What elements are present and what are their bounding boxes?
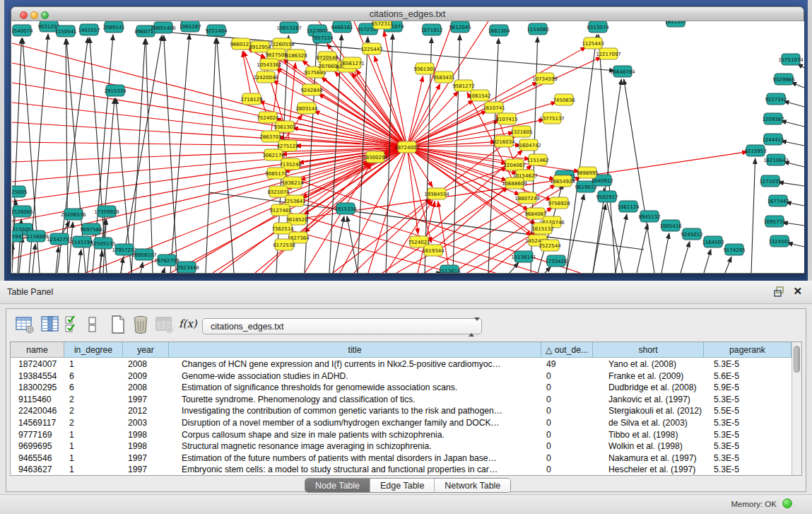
cell-name[interactable]: 18724007 — [11, 358, 64, 370]
cell-out_degree[interactable]: 0 — [541, 382, 593, 394]
cell-in_degree[interactable]: 1 — [64, 429, 123, 441]
table-mode-icon[interactable] — [15, 315, 35, 334]
graph-edge-black[interactable] — [661, 233, 669, 273]
graph-edge-black[interactable] — [778, 182, 804, 186]
cell-out_degree[interactable]: 0 — [541, 405, 593, 417]
graph-edge-black[interactable] — [333, 216, 344, 273]
graph-node[interactable]: 9756928 — [548, 197, 570, 209]
graph-node[interactable]: 1321605 — [510, 126, 532, 137]
graph-node[interactable]: 1733426 — [545, 255, 567, 267]
cell-pagerank[interactable]: 5.9E-5 — [704, 382, 792, 394]
graph-node[interactable]: 16210643 — [763, 154, 789, 165]
graph-node[interactable]: 16561271 — [339, 57, 365, 69]
cell-in_degree[interactable]: 2 — [64, 394, 123, 406]
cell-out_degree[interactable]: 0 — [541, 417, 593, 429]
cell-pagerank[interactable]: 5.3E-5 — [704, 440, 792, 452]
cell-name[interactable]: 9699695 — [11, 440, 64, 452]
graph-node[interactable]: 2522544 — [539, 240, 561, 251]
scrollbar-thumb[interactable] — [794, 346, 800, 373]
cell-short[interactable]: Stergiakouli et al. (2012) — [593, 405, 704, 417]
cell-title[interactable]: Embryonic stem cells: a model to study s… — [169, 464, 541, 476]
graph-node[interactable]: 2089141 — [102, 21, 124, 33]
column-header-name[interactable]: name — [11, 342, 64, 358]
cell-year[interactable]: 1998 — [123, 440, 169, 452]
cell-pagerank[interactable]: 5.3E-5 — [704, 358, 792, 370]
graph-node[interactable]: 1154080 — [526, 23, 548, 35]
graph-edge-red[interactable] — [407, 100, 473, 147]
graph-node[interactable]: 1615132 — [531, 223, 553, 234]
table-row[interactable]: 969969511998Structural magnetic resonanc… — [11, 440, 792, 452]
graph-node[interactable]: 1619344 — [422, 245, 445, 256]
graph-node[interactable]: 16958107 — [131, 249, 157, 260]
graph-node[interactable]: 10653287 — [276, 22, 302, 33]
graph-edge-black[interactable] — [170, 34, 189, 273]
column-header-title[interactable]: title — [169, 342, 541, 358]
graph-node[interactable]: 15751074 — [778, 54, 804, 65]
cell-year[interactable]: 1998 — [123, 429, 169, 441]
graph-edge-black[interactable] — [704, 250, 711, 273]
cell-year[interactable]: 1997 — [123, 394, 169, 406]
graph-edge-red[interactable] — [12, 147, 407, 201]
cell-pagerank[interactable]: 5.3E-5 — [704, 464, 792, 476]
graph-node[interactable]: 1151462 — [526, 154, 548, 165]
cell-name[interactable]: 9463627 — [11, 464, 64, 476]
graph-node[interactable]: 12342757 — [47, 233, 72, 245]
graph-node[interactable]: 1610741 — [483, 102, 505, 113]
cell-short[interactable]: Nakamura et al. (1997) — [593, 452, 704, 465]
cell-title[interactable]: Structural magnetic resonance image aver… — [169, 440, 541, 452]
graph-node[interactable]: 1125443 — [582, 37, 604, 49]
graph-node[interactable]: 2863701 — [259, 131, 281, 142]
graph-edge-black[interactable] — [146, 39, 153, 273]
table-row[interactable]: 2242004622012Investigating the contribut… — [11, 405, 792, 417]
cell-in_degree[interactable]: 1 — [64, 440, 123, 452]
graph-node[interactable]: 9245012 — [681, 228, 702, 240]
table-row[interactable]: 1456911722003Disruption of a novel membe… — [11, 417, 792, 429]
graph-edge-black[interactable] — [545, 267, 551, 273]
graph-edge-black[interactable] — [624, 79, 654, 273]
graph-node[interactable]: 9583431 — [433, 71, 454, 83]
graph-node[interactable]: 11604742 — [516, 139, 541, 151]
graph-node[interactable]: 9581272 — [452, 80, 474, 91]
graph-edge-black[interactable] — [593, 204, 606, 273]
graph-node[interactable]: 1005416 — [659, 220, 682, 231]
cell-out_degree[interactable]: 0 — [541, 452, 593, 465]
graph-node[interactable]: 20206536 — [61, 209, 86, 220]
graph-node[interactable]: 2204067 — [503, 159, 525, 170]
tab-network-table[interactable]: Network Table — [435, 479, 510, 493]
graph-node[interactable]: 9502917 — [596, 191, 618, 202]
graph-edge-black[interactable] — [164, 35, 177, 273]
graph-node[interactable]: 8107415 — [495, 113, 517, 124]
graph-edge-black[interactable] — [131, 39, 145, 273]
graph-node[interactable]: 11156869 — [23, 230, 49, 242]
cell-out_degree[interactable]: 0 — [541, 370, 593, 382]
graph-node[interactable]: 9227342 — [765, 93, 787, 105]
table-row[interactable]: 911546021997Tourette syndrome. Phenomeno… — [11, 394, 792, 406]
graph-node[interactable]: 8313074 — [587, 21, 609, 33]
graph-edge-black[interactable] — [206, 38, 216, 273]
graph-edge-red[interactable] — [278, 192, 538, 273]
graph-node[interactable]: 12923448 — [174, 262, 199, 273]
cell-in_degree[interactable]: 6 — [64, 382, 123, 394]
graph-node[interactable]: 1244415 — [762, 134, 784, 145]
graph-node[interactable]: 1324501 — [768, 235, 790, 247]
graph-node[interactable]: 1209387 — [762, 113, 784, 124]
graph-node[interactable]: 7957224 — [311, 32, 334, 43]
cell-short[interactable]: de Silva et al. (2003) — [593, 417, 704, 429]
cell-short[interactable]: Dudbridge et al. (2008) — [593, 382, 704, 394]
graph-edge-black[interactable] — [347, 216, 358, 273]
graph-node[interactable]: 12217097 — [596, 48, 621, 59]
graph-node[interactable]: 1095731 — [763, 216, 785, 227]
row-height-icon[interactable] — [87, 315, 98, 334]
graph-node[interactable]: 1611357 — [664, 21, 686, 27]
graph-edge-black[interactable] — [637, 224, 648, 273]
graph-node[interactable]: 9097588 — [80, 223, 102, 235]
column-header-short[interactable]: short — [593, 342, 704, 358]
table-row[interactable]: 1872400712008Changes of HCN gene express… — [11, 358, 792, 370]
cell-in_degree[interactable]: 1 — [64, 358, 123, 370]
cell-year[interactable]: 1997 — [123, 452, 169, 465]
cell-out_degree[interactable]: 0 — [541, 440, 593, 452]
graph-edge-red[interactable] — [318, 94, 407, 147]
graph-node[interactable]: 2540074 — [12, 25, 33, 36]
cell-year[interactable]: 2008 — [123, 382, 169, 394]
graph-node[interactable]: 8216034 — [493, 136, 515, 147]
